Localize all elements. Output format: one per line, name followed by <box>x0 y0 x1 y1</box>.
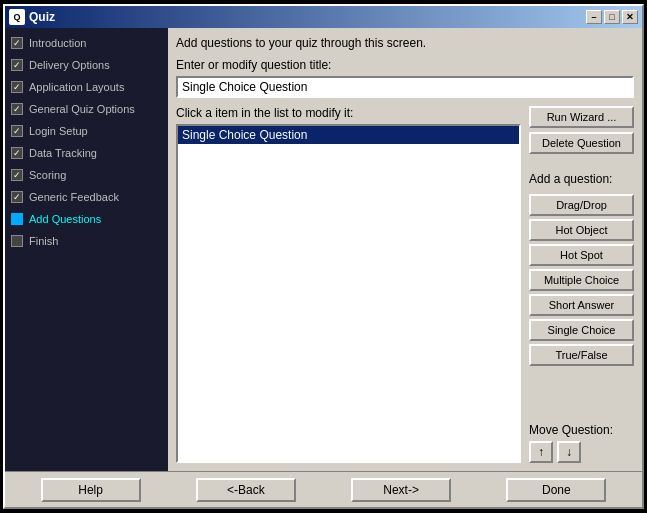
sidebar-checkbox-add-questions <box>11 213 23 225</box>
content-area: IntroductionDelivery OptionsApplication … <box>5 28 642 471</box>
sidebar-checkbox-data-tracking <box>11 147 23 159</box>
done-button[interactable]: Done <box>506 478 606 502</box>
list-section: Click a item in the list to modify it: S… <box>176 106 634 463</box>
add-question-hot-spot-button[interactable]: Hot Spot <box>529 244 634 266</box>
sidebar-checkbox-generic-feedback <box>11 191 23 203</box>
add-question-buttons: Drag/DropHot ObjectHot SpotMultiple Choi… <box>529 194 634 366</box>
sidebar-item-generic-feedback[interactable]: Generic Feedback <box>5 186 168 208</box>
sidebar-item-application-layouts[interactable]: Application Layouts <box>5 76 168 98</box>
sidebar-item-finish[interactable]: Finish <box>5 230 168 252</box>
move-buttons: ↑ ↓ <box>529 441 634 463</box>
sidebar-label-login-setup: Login Setup <box>29 125 88 137</box>
sidebar-checkbox-application-layouts <box>11 81 23 93</box>
sidebar-label-add-questions: Add Questions <box>29 213 101 225</box>
title-bar: Q Quiz – □ ✕ <box>5 6 642 28</box>
add-question-drag-drop-button[interactable]: Drag/Drop <box>529 194 634 216</box>
sidebar-item-add-questions[interactable]: Add Questions <box>5 208 168 230</box>
next-button[interactable]: Next-> <box>351 478 451 502</box>
delete-question-button[interactable]: Delete Question <box>529 132 634 154</box>
list-container: Click a item in the list to modify it: S… <box>176 106 521 463</box>
questions-list[interactable]: Single Choice Question <box>176 124 521 463</box>
add-question-true-false-button[interactable]: True/False <box>529 344 634 366</box>
right-panel: Run Wizard ... Delete Question Add a que… <box>529 106 634 463</box>
sidebar-checkbox-introduction <box>11 37 23 49</box>
main-panel: Add questions to your quiz through this … <box>168 28 642 471</box>
sidebar-checkbox-general-quiz-options <box>11 103 23 115</box>
add-question-label: Add a question: <box>529 172 634 186</box>
list-item[interactable]: Single Choice Question <box>178 126 519 144</box>
sidebar-item-scoring[interactable]: Scoring <box>5 164 168 186</box>
add-question-short-answer-button[interactable]: Short Answer <box>529 294 634 316</box>
sidebar-item-general-quiz-options[interactable]: General Quiz Options <box>5 98 168 120</box>
sidebar-label-application-layouts: Application Layouts <box>29 81 124 93</box>
sidebar-label-general-quiz-options: General Quiz Options <box>29 103 135 115</box>
question-title-label: Enter or modify question title: <box>176 58 634 72</box>
title-bar-buttons: – □ ✕ <box>586 10 638 24</box>
sidebar-checkbox-delivery-options <box>11 59 23 71</box>
minimize-button[interactable]: – <box>586 10 602 24</box>
sidebar-item-data-tracking[interactable]: Data Tracking <box>5 142 168 164</box>
help-button[interactable]: Help <box>41 478 141 502</box>
move-section: Move Question: ↑ ↓ <box>529 423 634 463</box>
sidebar-label-delivery-options: Delivery Options <box>29 59 110 71</box>
close-button[interactable]: ✕ <box>622 10 638 24</box>
sidebar: IntroductionDelivery OptionsApplication … <box>5 28 168 471</box>
run-wizard-button[interactable]: Run Wizard ... <box>529 106 634 128</box>
question-title-input[interactable] <box>176 76 634 98</box>
sidebar-checkbox-login-setup <box>11 125 23 137</box>
sidebar-label-introduction: Introduction <box>29 37 86 49</box>
quiz-window: Q Quiz – □ ✕ IntroductionDelivery Option… <box>3 4 644 509</box>
back-button[interactable]: <-Back <box>196 478 296 502</box>
window-icon: Q <box>9 9 25 25</box>
add-question-hot-object-button[interactable]: Hot Object <box>529 219 634 241</box>
sidebar-label-finish: Finish <box>29 235 58 247</box>
sidebar-checkbox-finish <box>11 235 23 247</box>
add-question-single-choice-button[interactable]: Single Choice <box>529 319 634 341</box>
sidebar-label-data-tracking: Data Tracking <box>29 147 97 159</box>
sidebar-item-introduction[interactable]: Introduction <box>5 32 168 54</box>
sidebar-label-scoring: Scoring <box>29 169 66 181</box>
sidebar-checkbox-scoring <box>11 169 23 181</box>
add-question-multiple-choice-button[interactable]: Multiple Choice <box>529 269 634 291</box>
list-label: Click a item in the list to modify it: <box>176 106 521 120</box>
move-question-label: Move Question: <box>529 423 634 437</box>
main-description: Add questions to your quiz through this … <box>176 36 634 50</box>
move-down-button[interactable]: ↓ <box>557 441 581 463</box>
sidebar-item-delivery-options[interactable]: Delivery Options <box>5 54 168 76</box>
sidebar-item-login-setup[interactable]: Login Setup <box>5 120 168 142</box>
maximize-button[interactable]: □ <box>604 10 620 24</box>
sidebar-label-generic-feedback: Generic Feedback <box>29 191 119 203</box>
move-up-button[interactable]: ↑ <box>529 441 553 463</box>
footer-bar: Help <-Back Next-> Done <box>5 471 642 507</box>
window-title: Quiz <box>29 10 586 24</box>
